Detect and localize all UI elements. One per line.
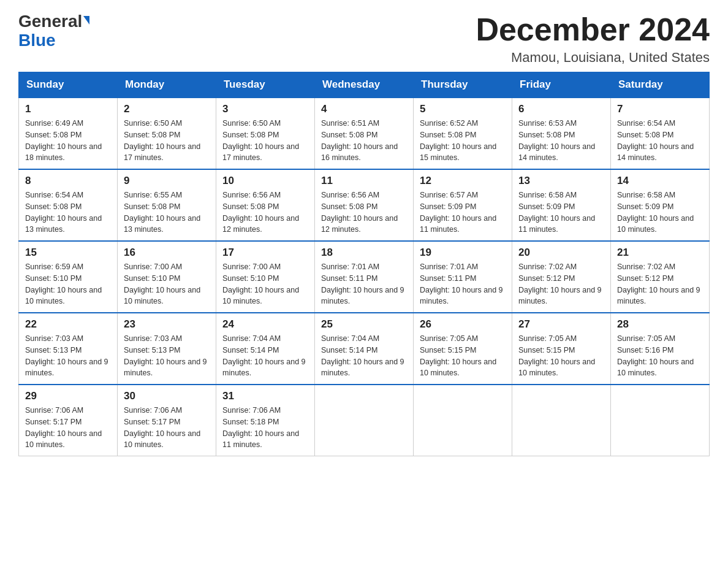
calendar-week-row: 29Sunrise: 7:06 AMSunset: 5:17 PMDayligh… (19, 385, 710, 456)
day-info: Sunrise: 7:06 AMSunset: 5:17 PMDaylight:… (25, 405, 111, 451)
calendar-day-cell: 11Sunrise: 6:56 AMSunset: 5:08 PMDayligh… (315, 169, 414, 241)
day-number: 29 (25, 390, 111, 402)
day-number: 14 (617, 175, 703, 187)
location-text: Mamou, Louisiana, United States (476, 50, 710, 66)
day-info: Sunrise: 7:02 AMSunset: 5:12 PMDaylight:… (617, 261, 703, 307)
calendar-day-cell: 10Sunrise: 6:56 AMSunset: 5:08 PMDayligh… (216, 169, 315, 241)
calendar-week-row: 22Sunrise: 7:03 AMSunset: 5:13 PMDayligh… (19, 313, 710, 385)
calendar-week-row: 15Sunrise: 6:59 AMSunset: 5:10 PMDayligh… (19, 241, 710, 313)
page-header: General Blue December 2024 Mamou, Louisi… (18, 12, 710, 66)
calendar-day-cell: 19Sunrise: 7:01 AMSunset: 5:11 PMDayligh… (414, 241, 512, 313)
day-number: 10 (222, 175, 308, 187)
logo-triangle-icon (83, 16, 89, 25)
calendar-day-cell (414, 385, 512, 456)
day-number: 11 (321, 175, 407, 187)
day-number: 9 (124, 175, 210, 187)
day-header-sunday: Sunday (19, 72, 118, 98)
calendar-day-cell (512, 385, 611, 456)
calendar-day-cell: 13Sunrise: 6:58 AMSunset: 5:09 PMDayligh… (512, 169, 611, 241)
day-number: 25 (321, 318, 407, 331)
day-info: Sunrise: 6:49 AMSunset: 5:08 PMDaylight:… (25, 118, 111, 164)
day-number: 6 (518, 103, 604, 115)
day-info: Sunrise: 6:59 AMSunset: 5:10 PMDaylight:… (25, 261, 111, 307)
day-number: 17 (222, 247, 308, 259)
day-info: Sunrise: 7:00 AMSunset: 5:10 PMDaylight:… (222, 261, 308, 307)
calendar-week-row: 8Sunrise: 6:54 AMSunset: 5:08 PMDaylight… (19, 169, 710, 241)
calendar-day-cell: 8Sunrise: 6:54 AMSunset: 5:08 PMDaylight… (19, 169, 118, 241)
day-info: Sunrise: 7:06 AMSunset: 5:18 PMDaylight:… (222, 405, 308, 451)
day-number: 5 (420, 103, 506, 115)
calendar-day-cell: 27Sunrise: 7:05 AMSunset: 5:15 PMDayligh… (512, 313, 611, 385)
day-info: Sunrise: 6:55 AMSunset: 5:08 PMDaylight:… (124, 190, 210, 236)
day-header-saturday: Saturday (611, 72, 710, 98)
title-section: December 2024 Mamou, Louisiana, United S… (476, 12, 710, 66)
day-info: Sunrise: 6:54 AMSunset: 5:08 PMDaylight:… (25, 190, 111, 236)
calendar-day-cell: 28Sunrise: 7:05 AMSunset: 5:16 PMDayligh… (611, 313, 710, 385)
day-number: 27 (518, 318, 604, 331)
calendar-day-cell: 5Sunrise: 6:52 AMSunset: 5:08 PMDaylight… (414, 98, 512, 169)
day-info: Sunrise: 6:50 AMSunset: 5:08 PMDaylight:… (222, 118, 308, 164)
calendar-day-cell: 20Sunrise: 7:02 AMSunset: 5:12 PMDayligh… (512, 241, 611, 313)
month-title: December 2024 (476, 12, 710, 47)
calendar-day-cell: 21Sunrise: 7:02 AMSunset: 5:12 PMDayligh… (611, 241, 710, 313)
calendar-day-cell: 25Sunrise: 7:04 AMSunset: 5:14 PMDayligh… (315, 313, 414, 385)
calendar-day-cell: 4Sunrise: 6:51 AMSunset: 5:08 PMDaylight… (315, 98, 414, 169)
day-number: 20 (518, 247, 604, 259)
day-number: 3 (222, 103, 308, 115)
day-info: Sunrise: 6:56 AMSunset: 5:08 PMDaylight:… (321, 190, 407, 236)
day-info: Sunrise: 7:02 AMSunset: 5:12 PMDaylight:… (518, 261, 604, 307)
day-header-tuesday: Tuesday (216, 72, 315, 98)
calendar-header-row: SundayMondayTuesdayWednesdayThursdayFrid… (19, 72, 710, 98)
calendar-day-cell: 23Sunrise: 7:03 AMSunset: 5:13 PMDayligh… (118, 313, 216, 385)
day-number: 2 (124, 103, 210, 115)
day-number: 24 (222, 318, 308, 331)
calendar-day-cell: 9Sunrise: 6:55 AMSunset: 5:08 PMDaylight… (118, 169, 216, 241)
calendar-day-cell: 14Sunrise: 6:58 AMSunset: 5:09 PMDayligh… (611, 169, 710, 241)
day-info: Sunrise: 7:01 AMSunset: 5:11 PMDaylight:… (321, 261, 407, 307)
day-header-wednesday: Wednesday (315, 72, 414, 98)
calendar-day-cell: 29Sunrise: 7:06 AMSunset: 5:17 PMDayligh… (19, 385, 118, 456)
calendar-day-cell: 6Sunrise: 6:53 AMSunset: 5:08 PMDaylight… (512, 98, 611, 169)
day-info: Sunrise: 7:06 AMSunset: 5:17 PMDaylight:… (124, 405, 210, 451)
logo: General Blue (18, 12, 89, 50)
day-header-thursday: Thursday (414, 72, 512, 98)
day-info: Sunrise: 7:03 AMSunset: 5:13 PMDaylight:… (25, 333, 111, 379)
day-number: 1 (25, 103, 111, 115)
day-number: 28 (617, 318, 703, 331)
day-info: Sunrise: 6:57 AMSunset: 5:09 PMDaylight:… (420, 190, 506, 236)
calendar-day-cell: 2Sunrise: 6:50 AMSunset: 5:08 PMDaylight… (118, 98, 216, 169)
day-number: 12 (420, 175, 506, 187)
logo-general-text: General (18, 12, 82, 31)
day-info: Sunrise: 7:00 AMSunset: 5:10 PMDaylight:… (124, 261, 210, 307)
day-info: Sunrise: 6:58 AMSunset: 5:09 PMDaylight:… (617, 190, 703, 236)
day-number: 7 (617, 103, 703, 115)
day-number: 26 (420, 318, 506, 331)
day-number: 21 (617, 247, 703, 259)
calendar-day-cell: 16Sunrise: 7:00 AMSunset: 5:10 PMDayligh… (118, 241, 216, 313)
day-info: Sunrise: 6:51 AMSunset: 5:08 PMDaylight:… (321, 118, 407, 164)
day-info: Sunrise: 6:58 AMSunset: 5:09 PMDaylight:… (518, 190, 604, 236)
day-header-monday: Monday (118, 72, 216, 98)
day-number: 18 (321, 247, 407, 259)
day-number: 4 (321, 103, 407, 115)
calendar-day-cell: 1Sunrise: 6:49 AMSunset: 5:08 PMDaylight… (19, 98, 118, 169)
calendar-day-cell: 7Sunrise: 6:54 AMSunset: 5:08 PMDaylight… (611, 98, 710, 169)
day-info: Sunrise: 6:56 AMSunset: 5:08 PMDaylight:… (222, 190, 308, 236)
day-info: Sunrise: 7:04 AMSunset: 5:14 PMDaylight:… (222, 333, 308, 379)
calendar-day-cell: 24Sunrise: 7:04 AMSunset: 5:14 PMDayligh… (216, 313, 315, 385)
day-info: Sunrise: 6:54 AMSunset: 5:08 PMDaylight:… (617, 118, 703, 164)
calendar-day-cell: 22Sunrise: 7:03 AMSunset: 5:13 PMDayligh… (19, 313, 118, 385)
calendar-day-cell (315, 385, 414, 456)
calendar-day-cell: 31Sunrise: 7:06 AMSunset: 5:18 PMDayligh… (216, 385, 315, 456)
calendar-day-cell: 17Sunrise: 7:00 AMSunset: 5:10 PMDayligh… (216, 241, 315, 313)
calendar-day-cell (611, 385, 710, 456)
day-info: Sunrise: 7:05 AMSunset: 5:15 PMDaylight:… (420, 333, 506, 379)
day-header-friday: Friday (512, 72, 611, 98)
calendar-table: SundayMondayTuesdayWednesdayThursdayFrid… (18, 72, 710, 456)
day-number: 30 (124, 390, 210, 402)
day-number: 16 (124, 247, 210, 259)
calendar-day-cell: 3Sunrise: 6:50 AMSunset: 5:08 PMDaylight… (216, 98, 315, 169)
calendar-day-cell: 26Sunrise: 7:05 AMSunset: 5:15 PMDayligh… (414, 313, 512, 385)
day-number: 15 (25, 247, 111, 259)
calendar-day-cell: 15Sunrise: 6:59 AMSunset: 5:10 PMDayligh… (19, 241, 118, 313)
